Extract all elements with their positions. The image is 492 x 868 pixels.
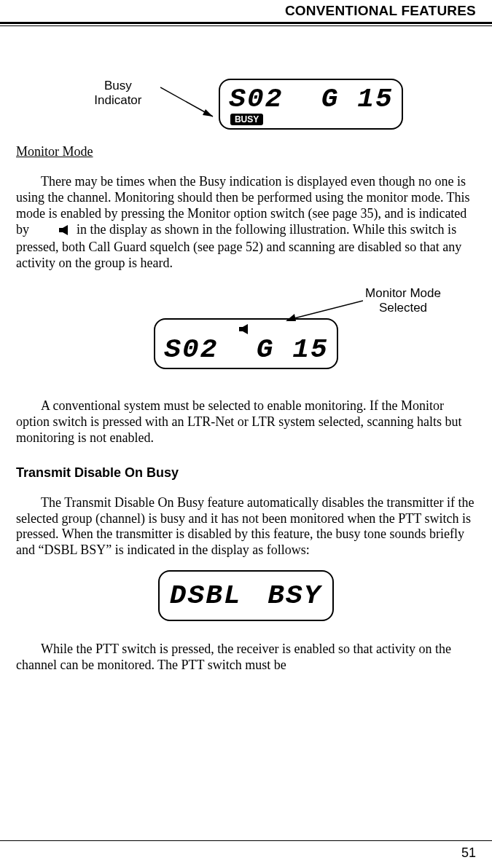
lcd-line: S02 G 15 — [165, 336, 327, 365]
transmit-disable-heading: Transmit Disable On Busy — [16, 465, 476, 481]
figure-dsbl-bsy: DSBL BSY — [16, 570, 476, 621]
svg-rect-2 — [59, 228, 63, 232]
lcd-text-left: DSBL — [170, 581, 242, 611]
busy-label-line2: Indicator — [94, 93, 141, 107]
lcd-display-3: DSBL BSY — [158, 570, 334, 621]
lcd-line: S02 G 15 — [230, 84, 391, 114]
header-title: CONVENTIONAL FEATURES — [0, 0, 492, 22]
figure-busy-indicator: Busy Indicator S02 G 15 BUSY — [16, 79, 476, 130]
monitor-mode-para: There may be times when the Busy indicat… — [16, 174, 476, 272]
svg-marker-3 — [63, 225, 68, 235]
lcd-text-right: G 15 — [256, 335, 328, 365]
busy-label-line1: Busy — [104, 79, 132, 92]
ptt-para: While the PTT switch is pressed, the rec… — [16, 642, 476, 674]
conventional-system-para: A conventional system must be selected t… — [16, 398, 476, 446]
para1b: in the display as shown in the following… — [16, 222, 461, 270]
busy-arrow — [160, 79, 211, 122]
monitor-mode-heading: Monitor Mode — [16, 144, 476, 159]
svg-marker-1 — [203, 109, 213, 117]
svg-rect-6 — [239, 327, 243, 331]
speaker-icon — [34, 224, 72, 240]
lcd-text-right: BSY — [268, 581, 322, 611]
figure-monitor-mode: Monitor Mode Selected S02 G 1 — [16, 286, 476, 366]
page-footer: 51 — [0, 840, 492, 868]
transmit-disable-para: The Transmit Disable On Busy feature aut… — [16, 495, 476, 559]
page-header: CONVENTIONAL FEATURES — [0, 0, 492, 26]
lcd-text-left: S02 — [229, 84, 283, 114]
lcd-line: DSBL BSY — [171, 579, 321, 612]
page-content: Busy Indicator S02 G 15 BUSY Monitor Mod… — [0, 26, 492, 840]
page-number: 51 — [0, 841, 492, 868]
lcd-text-right: G 15 — [321, 84, 393, 114]
svg-line-4 — [289, 301, 363, 320]
arrow-icon — [160, 79, 226, 130]
lcd-display-2: S02 G 15 — [154, 318, 338, 369]
busy-indicator-label: Busy Indicator — [89, 79, 147, 108]
busy-badge: BUSY — [230, 114, 263, 125]
monitor-mode-label: Monitor Mode Selected — [352, 286, 454, 315]
lcd-text-left: S02 — [164, 335, 218, 365]
svg-marker-7 — [243, 324, 248, 334]
monitor-label-line2: Selected — [379, 301, 427, 315]
lcd-display-1: S02 G 15 BUSY — [219, 79, 403, 130]
monitor-label-line1: Monitor Mode — [365, 286, 441, 300]
rule-thick — [0, 22, 492, 24]
